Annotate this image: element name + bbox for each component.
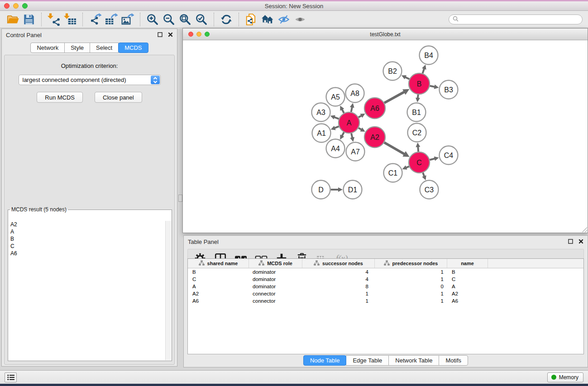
table-cell[interactable]: 4 — [302, 268, 375, 276]
float-panel-icon[interactable] — [568, 238, 573, 246]
graph-node-A5[interactable]: A5 — [326, 88, 345, 106]
table-cell[interactable]: A — [447, 283, 488, 290]
table-cell[interactable]: C — [447, 276, 488, 283]
network-canvas[interactable]: B4B2BB3A5A8A6B1A3AA1C2A2A4A7C4CC1C3DD1 — [183, 41, 588, 233]
edge-A-A8[interactable] — [351, 107, 352, 112]
table-row[interactable]: Cdominator41C — [188, 276, 583, 283]
graph-node-A[interactable]: A — [339, 112, 359, 133]
table-cell[interactable]: connector — [249, 297, 302, 305]
table-cell[interactable]: 1 — [375, 268, 447, 276]
zoom-in-icon[interactable] — [144, 12, 161, 27]
graph-node-A8[interactable]: A8 — [346, 84, 364, 103]
graph-node-B2[interactable]: B2 — [383, 62, 402, 81]
open-session-icon[interactable] — [5, 12, 21, 27]
table-cell[interactable]: A2 — [188, 290, 249, 297]
refresh-view-icon[interactable] — [218, 12, 234, 27]
graph-node-A6[interactable]: A6 — [364, 98, 385, 119]
graph-node-D1[interactable]: D1 — [344, 181, 362, 199]
mcds-result-item[interactable]: C — [9, 243, 165, 250]
edge-C-C4[interactable] — [430, 158, 435, 160]
edge-A-A1[interactable] — [335, 126, 339, 128]
table-cell[interactable]: B — [447, 268, 488, 276]
table-cell[interactable]: 1 — [302, 290, 375, 297]
table-cell[interactable]: dominator — [249, 268, 302, 276]
search-box[interactable] — [449, 14, 583, 24]
table-cell[interactable]: 1 — [375, 297, 447, 305]
table-cell[interactable]: A6 — [447, 297, 488, 305]
column-header-predecessor-nodes[interactable]: predecessor nodes — [375, 259, 447, 268]
table-cell[interactable]: dominator — [249, 276, 302, 283]
graph-node-D[interactable]: D — [312, 181, 330, 199]
table-cell[interactable]: C — [188, 276, 249, 283]
tab-edge-table[interactable]: Edge Table — [346, 355, 389, 366]
table-cell[interactable]: 1 — [375, 276, 447, 283]
edge-B-B2[interactable] — [405, 77, 410, 79]
table-cell[interactable]: A2 — [447, 290, 488, 297]
graph-node-B[interactable]: B — [409, 73, 430, 94]
tab-select[interactable]: Select — [90, 43, 119, 53]
graph-node-B4[interactable]: B4 — [420, 46, 438, 65]
column-header-name[interactable]: name — [447, 259, 488, 268]
graph-node-A7[interactable]: A7 — [346, 143, 365, 161]
export-image-icon[interactable] — [120, 12, 136, 27]
table-cell[interactable]: connector — [249, 290, 302, 297]
graph-node-C2[interactable]: C2 — [408, 124, 426, 142]
graph-node-A2[interactable]: A2 — [364, 127, 385, 148]
edge-A-A3[interactable] — [334, 117, 339, 119]
edge-B-B3[interactable] — [430, 86, 435, 87]
import-network-from-file-icon[interactable] — [46, 12, 62, 27]
graph-node-B1[interactable]: B1 — [407, 103, 426, 122]
edge-B-B4[interactable] — [423, 68, 425, 73]
table-row[interactable]: A6connector11A6 — [188, 297, 583, 305]
edge-C-C2[interactable] — [418, 146, 418, 152]
hide-details-icon[interactable] — [276, 12, 292, 27]
table-cell[interactable]: 0 — [375, 283, 447, 290]
app-titlebar[interactable]: Session: New Session — [0, 1, 588, 11]
float-panel-icon[interactable] — [158, 31, 163, 39]
tab-node-table[interactable]: Node Table — [303, 355, 347, 366]
table-cell[interactable]: 1 — [375, 290, 447, 297]
zoom-out-icon[interactable] — [161, 12, 177, 27]
tab-network[interactable]: Network — [30, 43, 65, 53]
table-cell[interactable]: B — [188, 268, 249, 276]
mcds-result-item[interactable]: A2 — [9, 221, 165, 228]
column-header-MCDS-role[interactable]: MCDS role — [249, 259, 302, 268]
show-details-icon[interactable] — [292, 12, 308, 27]
graph-node-C[interactable]: C — [409, 152, 430, 173]
task-history-button[interactable] — [5, 372, 17, 382]
table-cell[interactable]: A — [188, 283, 249, 290]
close-panel-button[interactable]: Close panel — [95, 92, 142, 103]
edge-A6-B[interactable] — [384, 92, 405, 103]
column-header-shared-name[interactable]: shared name — [188, 259, 249, 268]
graph-node-C1[interactable]: C1 — [384, 164, 402, 182]
close-panel-icon[interactable] — [578, 238, 583, 246]
tab-style[interactable]: Style — [64, 43, 90, 53]
table-cell[interactable]: A6 — [188, 297, 249, 305]
close-panel-icon[interactable] — [168, 31, 173, 39]
graph-node-B3[interactable]: B3 — [440, 81, 458, 99]
tab-network-table[interactable]: Network Table — [388, 355, 439, 366]
table-cell[interactable]: 8 — [302, 283, 375, 290]
edge-A-A7[interactable] — [351, 133, 352, 138]
table-row[interactable]: Bdominator41B — [188, 268, 583, 276]
criterion-dropdown[interactable]: largest connected component (directed) — [19, 75, 161, 85]
zoom-selected-icon[interactable] — [193, 12, 210, 27]
memory-button[interactable]: Memory — [547, 372, 583, 382]
save-session-icon[interactable] — [21, 12, 37, 27]
table-row[interactable]: Adominator80A — [188, 283, 583, 290]
graph-node-A1[interactable]: A1 — [312, 124, 331, 143]
import-table-from-file-icon[interactable] — [62, 12, 78, 27]
graph-node-A4[interactable]: A4 — [326, 139, 345, 158]
new-network-from-selection-icon[interactable] — [243, 12, 259, 27]
table-row[interactable]: A2connector11A2 — [188, 290, 583, 297]
export-table-icon[interactable] — [103, 12, 120, 27]
table-cell[interactable]: 1 — [302, 297, 375, 305]
run-mcds-button[interactable]: Run MCDS — [37, 92, 83, 103]
mcds-result-item[interactable]: A — [9, 228, 165, 235]
home-icon[interactable] — [259, 12, 276, 27]
mcds-list-scrollbar[interactable] — [165, 221, 171, 360]
table-cell[interactable]: 4 — [302, 276, 375, 283]
graph-node-A3[interactable]: A3 — [312, 103, 330, 122]
graph-node-C3[interactable]: C3 — [420, 181, 439, 199]
mcds-result-item[interactable]: B — [9, 235, 165, 243]
